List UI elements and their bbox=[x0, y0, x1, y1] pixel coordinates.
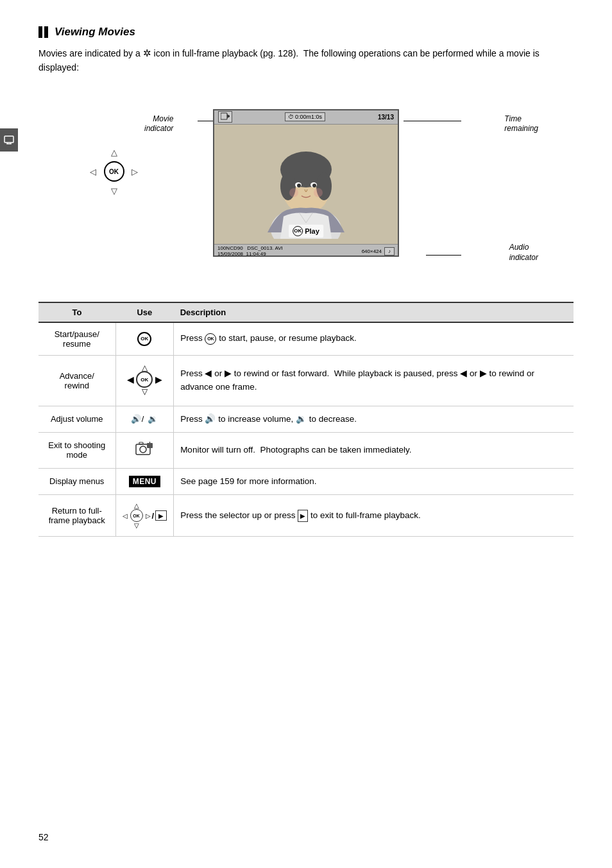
svg-rect-0 bbox=[4, 136, 13, 143]
row-desc-1: Press OK to start, pause, or resume play… bbox=[174, 322, 574, 356]
svg-point-17 bbox=[140, 446, 146, 453]
leader-line-time bbox=[404, 121, 461, 121]
intro-paragraph: Movies are indicated by a ✲ icon in full… bbox=[38, 46, 574, 74]
ok-button-diagram: △ ▽ ◁ ▷ OK bbox=[90, 148, 138, 196]
table-row: Advance/rewind OK △ ▽ ◀ ▶ Press ◀ or ▶ t… bbox=[38, 355, 574, 406]
ok-play-badge: OK Play bbox=[289, 225, 323, 238]
svg-rect-18 bbox=[139, 442, 143, 444]
row-use-4 bbox=[115, 432, 174, 468]
portrait-illustration bbox=[248, 130, 364, 239]
menu-badge: MENU bbox=[129, 476, 160, 487]
svg-point-15 bbox=[314, 188, 323, 197]
row-desc-2: Press ◀ or ▶ to rewind or fast forward. … bbox=[174, 355, 574, 406]
screen-top-bar: ⏱ 0:00m1:0s 13/13 bbox=[214, 110, 398, 125]
page-number: 52 bbox=[38, 832, 49, 842]
table-row: Exit to shooting mode Monitor will turn … bbox=[38, 432, 574, 468]
col-header-to: To bbox=[38, 302, 115, 322]
row-desc-5: See page 159 for more information. bbox=[174, 468, 574, 494]
row-use-1: OK bbox=[115, 322, 174, 356]
volume-icons: 🔊/ 🔉 bbox=[131, 414, 158, 424]
movie-icon-box bbox=[218, 111, 232, 123]
row-desc-6: Press the selector up or press ▶ to exit… bbox=[174, 495, 574, 537]
shooting-mode-icon bbox=[134, 439, 155, 460]
annotation-time-remaining: Timeremaining bbox=[504, 114, 538, 134]
cross-play-icons: OK △ ▽ ◁ ▷ / ▶ bbox=[123, 501, 167, 530]
row-desc-3: Press 🔊 to increase volume, 🔉 to decreas… bbox=[174, 406, 574, 432]
svg-rect-1 bbox=[221, 113, 227, 119]
info-table: To Use Description Start/pause/resume OK… bbox=[38, 302, 574, 537]
annotation-movie-indicator: Movieindicator bbox=[144, 114, 173, 134]
title-decoration bbox=[38, 26, 48, 38]
col-header-description: Description bbox=[174, 302, 574, 322]
playback-icon: ▶ bbox=[155, 510, 167, 521]
col-header-use: Use bbox=[115, 302, 174, 322]
title-text: Viewing Movies bbox=[55, 26, 135, 39]
table-row: Adjust volume 🔊/ 🔉 Press 🔊 to increase v… bbox=[38, 406, 574, 432]
annotation-audio-indicator: Audioindicator bbox=[509, 243, 538, 263]
row-use-3: 🔊/ 🔉 bbox=[115, 406, 174, 432]
screen-bottom-bar: 100NCD90 DSC_0013. AVI 15/09/2008 11:04:… bbox=[214, 244, 398, 257]
camera-screen: ⏱ 0:00m1:0s 13/13 bbox=[213, 109, 399, 257]
row-use-2: OK △ ▽ ◀ ▶ bbox=[115, 355, 174, 406]
row-to-2: Advance/rewind bbox=[38, 355, 115, 406]
side-tab bbox=[0, 128, 18, 152]
table-header-row: To Use Description bbox=[38, 302, 574, 322]
row-to-6: Return to full-frame playback bbox=[38, 495, 115, 537]
screen-bottom-right: 640×424 ♪ bbox=[362, 247, 395, 256]
svg-point-13 bbox=[312, 184, 316, 187]
tab-icon bbox=[4, 135, 14, 145]
ok-icon-1: OK bbox=[137, 332, 151, 346]
svg-marker-2 bbox=[227, 114, 230, 118]
row-to-1: Start/pause/resume bbox=[38, 322, 115, 356]
row-to-3: Adjust volume bbox=[38, 406, 115, 432]
diagram-area: △ ▽ ◁ ▷ OK Movieindicator Timeremaining … bbox=[38, 90, 574, 289]
audio-indicator-box: ♪ bbox=[384, 247, 395, 256]
timer-box: ⏱ 0:00m1:0s bbox=[285, 112, 325, 121]
table-row: Display menus MENU See page 159 for more… bbox=[38, 468, 574, 494]
svg-point-14 bbox=[289, 188, 298, 197]
row-to-5: Display menus bbox=[38, 468, 115, 494]
cross-nav-small-2: OK △ ▽ ◁ ▷ bbox=[123, 501, 151, 530]
screen-content: OK Play bbox=[214, 125, 398, 244]
row-use-5: MENU bbox=[115, 468, 174, 494]
row-to-4: Exit to shooting mode bbox=[38, 432, 115, 468]
svg-point-12 bbox=[297, 184, 301, 187]
table-row: Start/pause/resume OK Press OK to start,… bbox=[38, 322, 574, 356]
svg-rect-19 bbox=[147, 443, 153, 448]
leader-line-audio bbox=[426, 255, 461, 256]
screen-bottom-left: 100NCD90 DSC_0013. AVI 15/09/2008 11:04:… bbox=[217, 245, 283, 257]
row-desc-4: Monitor will turn off. Photographs can b… bbox=[174, 432, 574, 468]
row-use-6: OK △ ▽ ◁ ▷ / ▶ bbox=[115, 495, 174, 537]
frame-count: 13/13 bbox=[378, 114, 394, 121]
page-title: Viewing Movies bbox=[38, 26, 574, 39]
table-row: Return to full-frame playback OK △ ▽ ◁ ▷… bbox=[38, 495, 574, 537]
cross-nav-icon: OK △ ▽ ◀ ▶ bbox=[127, 362, 162, 397]
